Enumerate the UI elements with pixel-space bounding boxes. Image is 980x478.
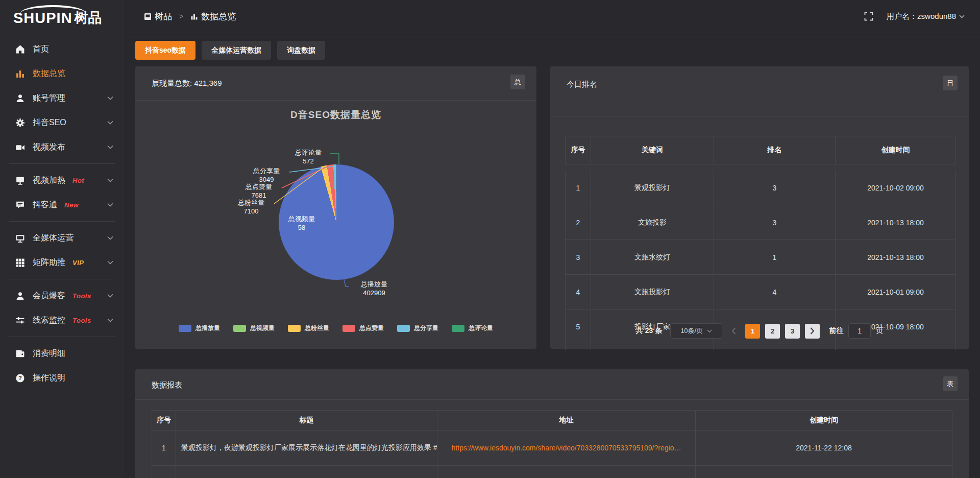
question-icon: ? bbox=[15, 373, 25, 383]
sidebar-item-data-overview[interactable]: 数据总览 bbox=[0, 61, 125, 86]
table-row-stub bbox=[696, 466, 952, 478]
legend-item[interactable]: 总点赞量 bbox=[342, 324, 384, 332]
next-page-button[interactable] bbox=[805, 324, 820, 339]
ranking-panel-title: 今日排名 bbox=[567, 80, 597, 89]
table-row-stub bbox=[176, 466, 437, 478]
breadcrumb: 树品 > 数据总览 bbox=[144, 11, 236, 22]
svg-text:?: ? bbox=[18, 375, 22, 381]
sidebar-item-all-media[interactable]: 全媒体运营 bbox=[0, 226, 125, 250]
user-icon bbox=[15, 93, 25, 103]
sidebar-item-label: 抖客通 bbox=[33, 200, 57, 210]
legend-item[interactable]: 总播放量 bbox=[179, 324, 220, 332]
legend-swatch bbox=[233, 325, 246, 332]
legend-item[interactable]: 总分享量 bbox=[397, 324, 438, 332]
user-menu[interactable]: 用户名：zswodun88 bbox=[887, 12, 965, 21]
table-cell: 2021-11-22 12:08 bbox=[696, 431, 952, 466]
table-row-stub bbox=[437, 466, 696, 478]
column-header: 地址 bbox=[437, 410, 696, 431]
grid-icon bbox=[15, 258, 25, 268]
home-icon bbox=[15, 44, 25, 54]
pie-label-plays: 总播放量402909 bbox=[350, 280, 399, 297]
sidebar-item-help[interactable]: ? 操作说明 bbox=[0, 366, 125, 390]
sidebar-item-video-heat[interactable]: 视频加热 Hot bbox=[0, 168, 125, 193]
sidebar-item-label: 操作说明 bbox=[33, 373, 65, 384]
legend-item[interactable]: 总视频量 bbox=[233, 324, 275, 332]
sidebar-item-consumption[interactable]: 消费明细 bbox=[0, 341, 125, 366]
sidebar-item-label: 全媒体运营 bbox=[33, 233, 74, 244]
chevron-down-icon bbox=[107, 121, 113, 125]
new-badge: New bbox=[64, 201, 79, 209]
pie-label-fans: 总粉丝量7100 bbox=[230, 198, 273, 216]
pie-label-likes: 总点赞量7681 bbox=[237, 182, 280, 200]
chevron-down-icon bbox=[707, 329, 712, 333]
sidebar-item-douyin-seo[interactable]: 抖音SEO bbox=[0, 110, 125, 135]
tab-douyin-seo-data[interactable]: 抖音seo数据 bbox=[135, 41, 195, 60]
sidebar-item-matrix-boost[interactable]: 矩阵助推 VIP bbox=[0, 250, 125, 275]
column-header: 序号 bbox=[565, 136, 591, 164]
pie-chart-title: D音SEO数据量总览 bbox=[135, 108, 536, 122]
video-title-cell: 景观投影灯，夜游景观投影灯厂家展示展示落花灯在花园里的灯光投影应用效果 # bbox=[176, 431, 437, 466]
hot-badge: Hot bbox=[72, 177, 84, 184]
logo-arc-decoration bbox=[20, 5, 86, 13]
total-badge-button[interactable]: 总 bbox=[510, 75, 525, 89]
table-cell: 2021-10-01 09:00 bbox=[836, 275, 956, 309]
pie-label-videos: 总视频量58 bbox=[282, 214, 321, 232]
today-ranking-panel: 今日排名 日 序号 关键词 排名 创建时间 1 景观投影灯 3 2021-10-… bbox=[550, 66, 969, 349]
tab-all-media-data[interactable]: 全媒体运营数据 bbox=[202, 41, 271, 60]
table-cell: 4 bbox=[565, 275, 591, 309]
breadcrumb-root[interactable]: 树品 bbox=[155, 11, 172, 22]
page-button-3[interactable]: 3 bbox=[785, 324, 800, 339]
column-header: 创建时间 bbox=[836, 136, 956, 164]
panel-divider bbox=[135, 399, 969, 400]
legend-swatch bbox=[179, 325, 191, 332]
sidebar-item-douketong[interactable]: 抖客通 New bbox=[0, 193, 125, 217]
fullscreen-icon[interactable] bbox=[864, 12, 873, 21]
bar-chart-icon bbox=[15, 69, 25, 79]
table-badge-button[interactable]: 表 bbox=[943, 376, 958, 391]
prev-page-button[interactable] bbox=[727, 327, 740, 334]
chevron-down-icon bbox=[107, 318, 113, 322]
sidebar-item-account[interactable]: 账号管理 bbox=[0, 86, 125, 110]
ranking-table: 序号 关键词 排名 创建时间 1 景观投影灯 3 2021-10-02 09:0… bbox=[565, 136, 956, 379]
chevron-down-icon bbox=[107, 260, 113, 265]
video-link[interactable]: https://www.iesdouyin.com/share/video/70… bbox=[437, 431, 696, 466]
sidebar-item-clue-monitor[interactable]: 线索监控 Tools bbox=[0, 308, 125, 332]
tab-inquiry-data[interactable]: 询盘数据 bbox=[277, 41, 325, 60]
column-header: 序号 bbox=[152, 410, 176, 431]
menu-divider bbox=[9, 221, 115, 222]
table-row-stub bbox=[152, 466, 176, 478]
legend-swatch bbox=[452, 325, 464, 332]
report-panel-title: 数据报表 bbox=[152, 380, 182, 390]
chevron-down-icon bbox=[107, 294, 113, 298]
legend-item[interactable]: 总评论量 bbox=[452, 324, 493, 332]
legend-item[interactable]: 总粉丝量 bbox=[288, 324, 329, 332]
table-cell: 3 bbox=[565, 240, 591, 275]
table-cell: 1 bbox=[714, 240, 836, 275]
table-cell: 文旅水纹灯 bbox=[591, 240, 714, 275]
page-button-2[interactable]: 2 bbox=[765, 324, 780, 339]
table-cell: 1 bbox=[152, 431, 176, 466]
chart-legend: 总播放量 总视频量 总粉丝量 总点赞量 总分享量 总评论量 bbox=[135, 324, 536, 332]
sidebar-item-label: 视频发布 bbox=[33, 142, 65, 153]
seo-overview-panel: 展现量总数: 421,369 总 D音SEO数据量总览 总评论量572 总分享量… bbox=[135, 66, 536, 349]
sidebar-item-label: 线索监控 bbox=[33, 315, 65, 326]
page-size-select[interactable]: 10条/页 bbox=[670, 323, 722, 339]
page-button-1[interactable]: 1 bbox=[745, 324, 760, 339]
breadcrumb-current[interactable]: 数据总览 bbox=[201, 11, 236, 22]
table-cell: 2021-10-02 09:00 bbox=[836, 171, 956, 205]
sidebar-item-label: 消费明细 bbox=[33, 348, 65, 359]
member-icon bbox=[15, 291, 25, 301]
sidebar-item-video-publish[interactable]: 视频发布 bbox=[0, 135, 125, 159]
screen-icon bbox=[15, 176, 25, 185]
day-badge-button[interactable]: 日 bbox=[943, 76, 958, 90]
sidebar-item-label: 视频加热 bbox=[33, 175, 65, 186]
sidebar-item-member-baoke[interactable]: 会员爆客 Tools bbox=[0, 283, 125, 308]
brand-logo[interactable]: SHUPIN 树品 bbox=[0, 0, 125, 36]
chevron-down-icon bbox=[107, 145, 113, 149]
goto-label: 前往 bbox=[829, 326, 843, 336]
wallet-icon bbox=[15, 349, 25, 358]
sidebar-item-home[interactable]: 首页 bbox=[0, 37, 125, 61]
sidebar-item-label: 矩阵助推 bbox=[33, 257, 65, 268]
table-row-stub bbox=[836, 344, 956, 350]
goto-page-input[interactable] bbox=[848, 323, 871, 339]
